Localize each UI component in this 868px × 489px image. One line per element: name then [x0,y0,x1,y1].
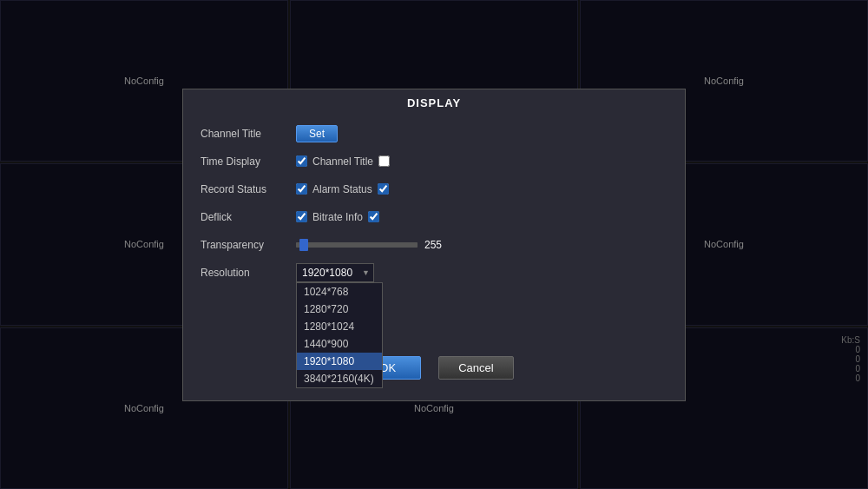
transparency-slider-track[interactable] [296,242,418,248]
record-status-label: Record Status [201,183,296,195]
resolution-option-4[interactable]: 1920*1080 [297,353,382,370]
time-display-check1-group [296,155,307,167]
deflick-controls: Bitrate Info [296,211,667,223]
set-button[interactable]: Set [296,125,338,142]
time-display-controls: Channel Title [296,155,667,168]
deflick-row: Deflick Bitrate Info [201,207,667,228]
time-display-check2-group [378,155,390,167]
record-status-check2-group [378,183,389,195]
time-display-checkbox1[interactable] [296,155,307,167]
resolution-select[interactable]: 1920*1080 [296,263,374,282]
transparency-value: 255 [424,239,450,251]
record-status-check1-group [296,183,307,195]
channel-title-check-label: Channel Title [312,155,373,168]
time-display-row: Time Display Channel Title [201,151,667,172]
channel-title-label: Channel Title [201,128,296,140]
alarm-status-label: Alarm Status [312,183,372,195]
resolution-option-2[interactable]: 1280*1024 [297,318,382,335]
transparency-controls: 255 [296,239,667,251]
record-status-checkbox2[interactable] [378,183,389,195]
deflick-check2-group [368,211,379,222]
modal-footer: OK Cancel [183,339,685,393]
transparency-row: Transparency 255 [201,235,667,255]
cancel-button[interactable]: Cancel [438,356,513,380]
time-display-label: Time Display [201,155,296,168]
deflick-check1-group [296,211,307,222]
channel-title-controls: Set [296,125,667,142]
resolution-option-0[interactable]: 1024*768 [297,283,382,301]
resolution-dropdown-list: 1024*768 1280*720 1280*1024 1440*900 192… [296,282,383,388]
tour-row: Tour [201,290,667,314]
time-display-checkbox2[interactable] [378,155,390,167]
resolution-row: Resolution 1920*1080 1024*768 1280*720 1… [201,262,667,283]
modal-body: Channel Title Set Time Display Channel T… [183,115,685,339]
transparency-slider-fill [296,242,418,248]
deflick-checkbox2[interactable] [368,211,379,222]
transparency-slider-thumb[interactable] [299,239,308,251]
record-status-checkbox1[interactable] [296,183,307,195]
record-status-controls: Alarm Status [296,183,667,195]
resolution-option-5[interactable]: 3840*2160(4K) [297,370,382,387]
bitrate-info-label: Bitrate Info [312,211,363,223]
resolution-label: Resolution [201,267,296,279]
transparency-label: Transparency [201,239,296,251]
display-modal: DISPLAY Channel Title Set Time Display C… [182,89,686,401]
modal-title: DISPLAY [183,89,685,115]
channel-title-row: Channel Title Set [201,123,667,144]
resolution-option-3[interactable]: 1440*900 [297,335,382,353]
resolution-option-1[interactable]: 1280*720 [297,301,382,318]
modal-overlay: DISPLAY Channel Title Set Time Display C… [0,0,868,489]
resolution-controls: 1920*1080 1024*768 1280*720 1280*1024 14… [296,263,667,282]
deflick-label: Deflick [201,211,296,223]
resolution-dropdown-container: 1920*1080 1024*768 1280*720 1280*1024 14… [296,263,374,282]
record-status-row: Record Status Alarm Status [201,179,667,200]
deflick-checkbox1[interactable] [296,211,307,222]
